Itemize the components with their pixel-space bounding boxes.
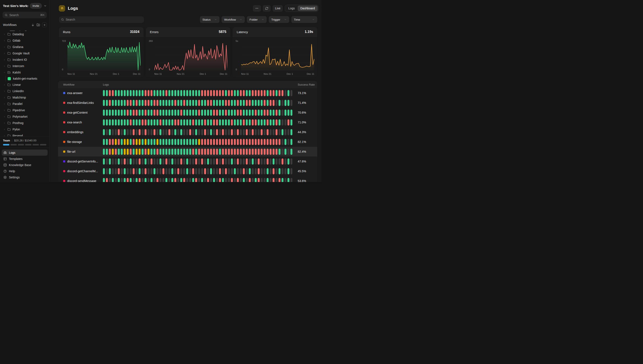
log-pill[interactable] bbox=[288, 119, 289, 126]
log-pill[interactable] bbox=[127, 149, 129, 155]
log-pill[interactable] bbox=[168, 90, 170, 96]
log-pill[interactable] bbox=[240, 149, 242, 155]
log-pill[interactable] bbox=[109, 90, 111, 96]
sidebar-folder-polymarket[interactable]: Polymarket bbox=[1, 114, 48, 120]
log-pill[interactable] bbox=[177, 139, 179, 145]
log-pill[interactable] bbox=[159, 139, 161, 145]
log-pill[interactable] bbox=[282, 139, 283, 145]
filter-status[interactable]: Status bbox=[200, 16, 220, 23]
log-pill[interactable] bbox=[189, 158, 191, 164]
log-pill[interactable] bbox=[103, 158, 105, 164]
log-pill[interactable] bbox=[124, 168, 126, 174]
log-pill[interactable] bbox=[180, 149, 182, 155]
sidebar-folder-linear[interactable]: Linear bbox=[1, 82, 48, 88]
log-pill[interactable] bbox=[267, 119, 269, 126]
filter-workflow[interactable]: Workflow bbox=[222, 16, 245, 23]
log-pill[interactable] bbox=[258, 90, 260, 96]
log-pill[interactable] bbox=[213, 178, 215, 182]
log-pill[interactable] bbox=[270, 119, 272, 126]
log-pill[interactable] bbox=[201, 90, 203, 96]
log-pill[interactable] bbox=[153, 119, 155, 126]
log-pill[interactable] bbox=[180, 110, 182, 116]
log-pill[interactable] bbox=[219, 178, 221, 182]
log-pill[interactable] bbox=[216, 158, 218, 164]
log-pill[interactable] bbox=[165, 129, 167, 135]
log-pill[interactable] bbox=[285, 100, 286, 106]
log-pill[interactable] bbox=[222, 139, 224, 145]
log-pill[interactable] bbox=[213, 168, 215, 174]
log-pill[interactable] bbox=[171, 178, 173, 182]
log-pill[interactable] bbox=[130, 110, 132, 116]
log-pill[interactable] bbox=[195, 110, 197, 116]
log-pill[interactable] bbox=[115, 158, 117, 164]
log-pill[interactable] bbox=[270, 139, 272, 145]
log-pill[interactable] bbox=[258, 149, 260, 155]
log-pill[interactable] bbox=[127, 110, 129, 116]
log-pill[interactable] bbox=[192, 158, 194, 164]
log-pill[interactable] bbox=[290, 149, 292, 155]
log-pill[interactable] bbox=[255, 178, 257, 182]
log-pill[interactable] bbox=[183, 168, 185, 174]
log-pill[interactable] bbox=[139, 178, 141, 182]
log-pill[interactable] bbox=[177, 178, 179, 182]
log-pill[interactable] bbox=[171, 90, 173, 96]
log-pill[interactable] bbox=[142, 178, 143, 182]
log-pill[interactable] bbox=[228, 178, 230, 182]
log-pill[interactable] bbox=[243, 100, 245, 106]
log-pill[interactable] bbox=[237, 110, 239, 116]
log-pill[interactable] bbox=[258, 100, 260, 106]
log-pill[interactable] bbox=[198, 168, 200, 174]
log-pill[interactable] bbox=[195, 119, 197, 126]
log-pill[interactable] bbox=[249, 178, 251, 182]
log-pill[interactable] bbox=[148, 158, 149, 164]
log-pill[interactable] bbox=[204, 129, 206, 135]
log-pill[interactable] bbox=[204, 158, 206, 164]
log-pill[interactable] bbox=[189, 168, 191, 174]
workspace-chevron-button[interactable] bbox=[44, 4, 47, 8]
log-pill[interactable] bbox=[156, 100, 158, 106]
log-pill[interactable] bbox=[192, 100, 194, 106]
log-pill[interactable] bbox=[118, 100, 120, 106]
log-pill[interactable] bbox=[156, 90, 158, 96]
log-pill[interactable] bbox=[180, 100, 182, 106]
log-pill[interactable] bbox=[210, 110, 212, 116]
log-pill[interactable] bbox=[234, 100, 236, 106]
log-pill[interactable] bbox=[216, 119, 218, 126]
sidebar-folder-grafana[interactable]: Grafana bbox=[1, 44, 48, 50]
log-pill[interactable] bbox=[180, 168, 182, 174]
log-pill[interactable] bbox=[195, 178, 197, 182]
log-pill[interactable] bbox=[159, 178, 161, 182]
log-pill[interactable] bbox=[195, 90, 197, 96]
log-pill[interactable] bbox=[148, 178, 149, 182]
log-pill[interactable] bbox=[118, 139, 120, 145]
log-pill[interactable] bbox=[133, 139, 135, 145]
log-pill[interactable] bbox=[261, 110, 263, 116]
log-pill[interactable] bbox=[261, 149, 263, 155]
log-pill[interactable] bbox=[130, 90, 132, 96]
log-pill[interactable] bbox=[109, 119, 111, 126]
log-pill[interactable] bbox=[246, 129, 248, 135]
log-pill[interactable] bbox=[148, 129, 149, 135]
log-pill[interactable] bbox=[249, 158, 251, 164]
log-pill[interactable] bbox=[267, 129, 269, 135]
log-pill[interactable] bbox=[213, 158, 215, 164]
log-pill[interactable] bbox=[183, 149, 185, 155]
log-pill[interactable] bbox=[198, 100, 200, 106]
log-pill[interactable] bbox=[103, 119, 105, 126]
log-pill[interactable] bbox=[290, 110, 292, 116]
log-pill[interactable] bbox=[228, 158, 230, 164]
log-pill[interactable] bbox=[249, 100, 251, 106]
log-pill[interactable] bbox=[139, 119, 141, 126]
log-pill[interactable] bbox=[153, 168, 155, 174]
log-pill[interactable] bbox=[290, 178, 292, 182]
table-row[interactable]: embeddings44.3% bbox=[58, 127, 317, 137]
log-pill[interactable] bbox=[210, 149, 212, 155]
log-pill[interactable] bbox=[109, 149, 111, 155]
log-pill[interactable] bbox=[207, 149, 209, 155]
log-pill[interactable] bbox=[165, 100, 167, 106]
log-pill[interactable] bbox=[124, 129, 126, 135]
log-pill[interactable] bbox=[207, 129, 209, 135]
log-pill[interactable] bbox=[136, 100, 138, 106]
sort-button[interactable] bbox=[31, 23, 35, 26]
log-pill[interactable] bbox=[276, 110, 278, 116]
